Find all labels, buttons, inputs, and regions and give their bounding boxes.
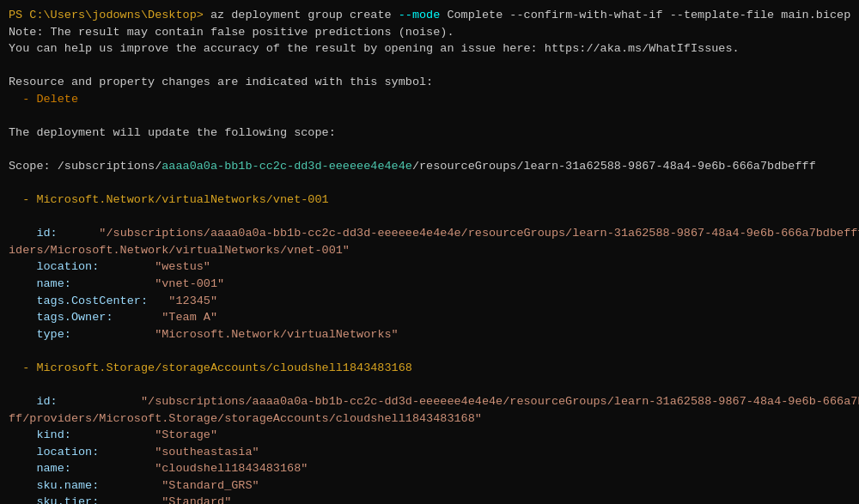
terminal-line-resource1-costcenter: tags.CostCenter: "12345" xyxy=(9,293,850,310)
terminal-line-resource1-type: type: "Microsoft.Network/virtualNetworks… xyxy=(9,326,850,343)
terminal-line-resource1-header: - Microsoft.Network/virtualNetworks/vnet… xyxy=(9,191,850,209)
terminal-line-delete-symbol: - Delete xyxy=(9,91,850,108)
terminal-line-deployment-scope: The deployment will update the following… xyxy=(9,124,850,142)
terminal-line-resource2-location: location: "southeastasia" xyxy=(9,444,850,461)
terminal-line-resource1-id: id: "/subscriptions/aaaa0a0a-bb1b-cc2c-d… xyxy=(9,225,850,242)
terminal-line-resource2-skuname: sku.name: "Standard_GRS" xyxy=(9,477,850,495)
terminal-line-resource1-name: name: "vnet-001" xyxy=(9,276,850,293)
terminal-line-blank7 xyxy=(9,376,850,393)
terminal-line-note-line: Note: The result may contain false posit… xyxy=(9,24,850,41)
terminal-line-resource2-kind: kind: "Storage" xyxy=(9,427,850,444)
terminal-line-resource2-id2: ff/providers/Microsoft.Storage/storageAc… xyxy=(9,410,850,428)
terminal-line-blank6 xyxy=(9,343,850,360)
terminal-line-resource2-name: name: "cloudshell1843483168" xyxy=(9,460,850,477)
terminal-line-resource1-id2: iders/Microsoft.Network/virtualNetworks/… xyxy=(9,242,850,259)
terminal-line-resource1-owner: tags.Owner: "Team A" xyxy=(9,309,850,326)
terminal-line-help-line: You can help us improve the accuracy of … xyxy=(9,40,850,58)
terminal-line-cmd-line: PS C:\Users\jodowns\Desktop> az deployme… xyxy=(9,7,850,24)
terminal-line-resource2-id: id: "/subscriptions/aaaa0a0a-bb1b-cc2c-d… xyxy=(9,393,850,410)
terminal-line-resource-changes-header: Resource and property changes are indica… xyxy=(9,74,850,91)
terminal-line-blank2 xyxy=(9,107,850,124)
terminal-line-scope-line: Scope: /subscriptions/aaaa0a0a-bb1b-cc2c… xyxy=(9,158,850,175)
terminal-line-blank1 xyxy=(9,58,850,75)
terminal-line-resource1-location: location: "westus" xyxy=(9,258,850,276)
terminal-line-resource2-skutier: sku.tier: "Standard" xyxy=(9,494,850,504)
terminal-line-blank3 xyxy=(9,142,850,159)
terminal-line-resource2-header: - Microsoft.Storage/storageAccounts/clou… xyxy=(9,360,850,377)
terminal-line-blank4 xyxy=(9,175,850,192)
terminal: PS C:\Users\jodowns\Desktop> az deployme… xyxy=(0,0,859,504)
terminal-line-blank5 xyxy=(9,209,850,226)
